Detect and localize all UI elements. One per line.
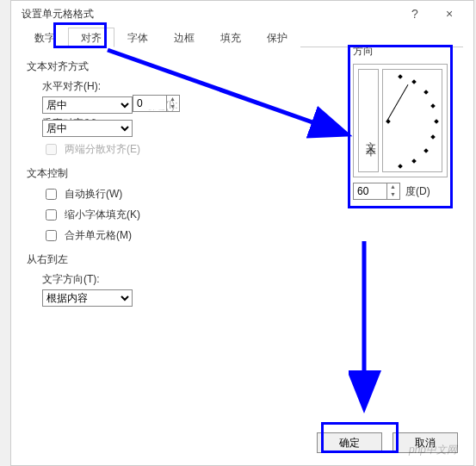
tab-border[interactable]: 边框 — [161, 28, 207, 47]
dial-dot-icon — [423, 90, 429, 95]
degrees-up-icon[interactable]: ▲ — [386, 183, 399, 191]
degrees-label: 度(D) — [405, 184, 430, 199]
h-align-select[interactable]: 居中 — [42, 96, 133, 114]
indent-spinner[interactable]: ▲ ▼ — [133, 95, 180, 112]
merge-cells-checkbox[interactable]: 合并单元格(M) — [42, 227, 458, 244]
tab-protection[interactable]: 保护 — [254, 28, 300, 47]
ok-button[interactable]: 确定 — [317, 432, 382, 453]
dialog-buttons: 确定 取消 — [317, 432, 458, 453]
justify-distributed-box — [46, 144, 57, 155]
degrees-spinner[interactable]: ▲ ▼ — [353, 183, 400, 200]
titlebar: 设置单元格格式 ? × — [11, 1, 473, 27]
orientation-title: 方向 — [353, 44, 448, 59]
dial-dot-icon — [386, 119, 391, 124]
dial-dot-icon — [430, 134, 436, 140]
dialog-title: 设置单元格格式 — [22, 1, 94, 27]
orientation-panel: 文本 — [353, 64, 448, 177]
degrees-input[interactable] — [354, 185, 386, 197]
cancel-button[interactable]: 取消 — [393, 432, 458, 453]
dial-dot-icon — [398, 164, 403, 169]
tab-number[interactable]: 数字 — [22, 28, 68, 47]
rtl-title: 从右到左 — [27, 252, 458, 267]
indent-down-icon[interactable]: ▼ — [166, 103, 178, 111]
merge-cells-box[interactable] — [46, 230, 57, 241]
text-direction-label: 文字方向(T): — [42, 272, 458, 287]
orientation-dial[interactable] — [382, 69, 442, 172]
dial-dot-icon — [434, 119, 439, 124]
indent-input[interactable] — [133, 97, 166, 109]
tab-fill[interactable]: 填充 — [207, 28, 254, 47]
tab-font[interactable]: 字体 — [114, 28, 161, 47]
orientation-group: 方向 文本 ▲ ▼ — [353, 44, 448, 200]
dial-dot-icon — [430, 103, 436, 109]
dial-dot-icon — [423, 148, 429, 153]
vertical-text-button[interactable]: 文本 — [358, 69, 379, 172]
dial-dot-icon — [411, 79, 417, 84]
dial-dot-icon — [411, 158, 417, 164]
dial-dot-icon — [398, 74, 403, 79]
text-direction-select[interactable]: 根据内容 — [42, 289, 133, 307]
degrees-down-icon[interactable]: ▼ — [386, 191, 399, 199]
orientation-needle-icon — [386, 84, 409, 122]
close-button[interactable]: × — [432, 3, 467, 25]
wrap-text-box[interactable] — [46, 189, 57, 200]
tab-alignment[interactable]: 对齐 — [68, 28, 114, 47]
window-buttons: ? × — [398, 3, 467, 25]
shrink-fit-box[interactable] — [46, 209, 57, 221]
v-align-dropdown[interactable]: 居中 — [42, 120, 133, 137]
format-cells-dialog: 设置单元格格式 ? × 数字 对齐 字体 边框 填充 保护 文本对齐方式 水平对… — [10, 0, 474, 466]
degrees-row: ▲ ▼ 度(D) — [353, 183, 448, 200]
shrink-fit-checkbox[interactable]: 缩小字体填充(K) — [42, 207, 458, 223]
help-button[interactable]: ? — [398, 3, 432, 25]
indent-up-icon[interactable]: ▲ — [166, 96, 178, 103]
